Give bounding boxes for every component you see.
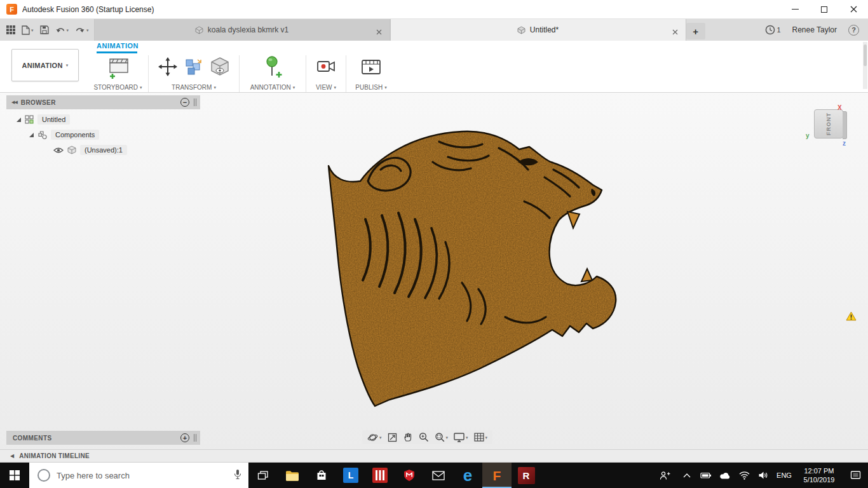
transform-components-button[interactable] — [157, 56, 179, 80]
annotation-button[interactable] — [261, 55, 284, 81]
l-app-button[interactable]: L — [336, 463, 365, 488]
tree-row-component[interactable]: (Unsaved):1 — [6, 142, 200, 158]
edge-icon: e — [463, 467, 472, 484]
windows-logo-icon — [10, 470, 20, 480]
look-at-icon — [388, 433, 397, 442]
tab-animation[interactable]: ANIMATION — [97, 42, 139, 50]
ribbon: ANIMATION ▾ ANIMATION STOR — [0, 41, 868, 93]
tree-item-label[interactable]: Untitled — [37, 114, 70, 125]
close-icon — [376, 29, 382, 35]
storyboard-button[interactable] — [106, 54, 130, 82]
view-cube[interactable]: FRONT — [814, 109, 843, 139]
app-grid-button[interactable] — [6, 25, 15, 34]
tree-row-components[interactable]: Components — [6, 127, 200, 142]
animation-timeline-bar[interactable]: ◀ ANIMATION TIMELINE — [0, 449, 868, 463]
tree-item-label[interactable]: (Unsaved):1 — [80, 145, 127, 155]
user-account-button[interactable]: Renee Taylor — [792, 25, 837, 34]
language-indicator[interactable]: ENG — [773, 463, 796, 488]
red-bars-app-button[interactable] — [365, 463, 395, 488]
tab-close-button[interactable] — [376, 26, 382, 37]
comments-panel-header[interactable]: COMMENTS + — [6, 431, 200, 445]
minimize-button[interactable] — [780, 0, 810, 19]
microphone-button[interactable] — [233, 469, 242, 482]
scrollbar[interactable] — [863, 42, 867, 89]
expand-triangle-icon[interactable] — [17, 118, 21, 122]
comments-expand-button[interactable]: + — [180, 433, 189, 442]
display-settings-icon — [454, 433, 465, 442]
look-at-button[interactable] — [388, 433, 397, 442]
redo-button[interactable]: ▾ — [75, 26, 89, 34]
start-button[interactable] — [0, 463, 29, 488]
pan-button[interactable] — [403, 432, 413, 442]
comments-panel-title: COMMENTS — [13, 435, 52, 442]
timeline-collapse-icon[interactable]: ◀ — [10, 453, 14, 459]
visibility-eye-icon[interactable] — [53, 147, 64, 154]
capture-position-button[interactable] — [184, 57, 203, 79]
publish-button[interactable] — [361, 58, 381, 78]
taskbar-clock[interactable]: 12:07 PM 5/10/2019 — [796, 463, 843, 488]
restore-position-button[interactable] — [209, 56, 231, 80]
panel-grip-handle[interactable] — [194, 434, 196, 442]
capture-position-icon — [184, 57, 203, 76]
tab-close-button[interactable] — [672, 26, 678, 37]
group-publish: PUBLISH▾ — [346, 54, 396, 91]
tree-item-label[interactable]: Components — [51, 130, 99, 140]
ribbon-groups: STORYBOARD▾ — [88, 54, 396, 92]
group-label-view[interactable]: VIEW▾ — [316, 84, 336, 91]
edge-button[interactable]: e — [453, 463, 482, 488]
expand-triangle-icon[interactable] — [29, 133, 34, 137]
window-title: Autodesk Fusion 360 (Startup License) — [22, 5, 154, 14]
new-tab-button[interactable]: + — [686, 23, 705, 39]
group-label-publish[interactable]: PUBLISH▾ — [355, 84, 386, 91]
tiger-head-model[interactable] — [315, 123, 635, 415]
taskbar-search[interactable] — [29, 463, 248, 488]
wifi-button[interactable] — [735, 463, 754, 488]
grid-settings-button[interactable]: ▾ — [474, 433, 488, 442]
file-menu-button[interactable]: ▾ — [22, 25, 34, 35]
close-button[interactable] — [839, 0, 868, 19]
action-center-button[interactable] — [843, 463, 868, 488]
microsoft-store-button[interactable] — [307, 463, 336, 488]
panel-grip-handle[interactable] — [194, 98, 196, 106]
group-label-text: STORYBOARD — [93, 84, 138, 91]
group-label-transform[interactable]: TRANSFORM▾ — [172, 84, 216, 91]
task-view-button[interactable] — [248, 463, 278, 488]
mail-button[interactable] — [424, 463, 453, 488]
doc-tab-koala[interactable]: koala dyslexia bkmrk v1 — [94, 19, 390, 41]
browser-collapse-button[interactable]: − — [180, 98, 189, 107]
zoom-window-button[interactable]: ▾ — [435, 432, 449, 442]
battery-button[interactable] — [696, 463, 715, 488]
group-label-storyboard[interactable]: STORYBOARD▾ — [93, 84, 142, 91]
scrollbar-handle[interactable] — [864, 44, 867, 66]
people-button[interactable] — [652, 463, 677, 488]
warning-button[interactable] — [846, 311, 857, 323]
group-label-annotation[interactable]: ANNOTATION▾ — [250, 84, 295, 91]
mcafee-button[interactable] — [395, 463, 424, 488]
orbit-button[interactable]: ▾ — [367, 432, 382, 443]
view-cube-face-label: FRONT — [825, 112, 832, 135]
onedrive-button[interactable] — [715, 463, 735, 488]
collapse-panel-icon[interactable]: ◀◀ — [11, 100, 17, 105]
r-app-button[interactable]: R — [512, 463, 541, 488]
volume-button[interactable] — [754, 463, 773, 488]
cortana-icon[interactable] — [37, 469, 50, 482]
workspace-selector[interactable]: ANIMATION ▾ — [11, 49, 79, 81]
save-button[interactable] — [40, 25, 49, 34]
browser-panel-header[interactable]: ◀◀ BROWSER − — [6, 95, 200, 109]
help-button[interactable]: ? — [848, 25, 859, 36]
file-explorer-button[interactable] — [278, 463, 307, 488]
close-icon — [850, 6, 857, 13]
job-status-button[interactable]: 1 — [765, 25, 780, 35]
chevron-down-icon: ▾ — [31, 28, 34, 32]
search-input[interactable] — [57, 471, 227, 480]
maximize-button[interactable] — [810, 0, 839, 19]
display-settings-button[interactable]: ▾ — [454, 433, 468, 442]
view-button[interactable] — [316, 58, 336, 78]
doc-tab-untitled[interactable]: Untitled* — [390, 19, 686, 41]
zoom-button[interactable] — [419, 432, 429, 442]
group-label-text: PUBLISH — [355, 84, 383, 91]
show-hidden-icons-button[interactable] — [677, 463, 696, 488]
tree-row-root[interactable]: Untitled — [6, 112, 200, 127]
fusion-taskbar-button[interactable]: F — [482, 463, 512, 488]
undo-button[interactable]: ▾ — [55, 26, 69, 34]
